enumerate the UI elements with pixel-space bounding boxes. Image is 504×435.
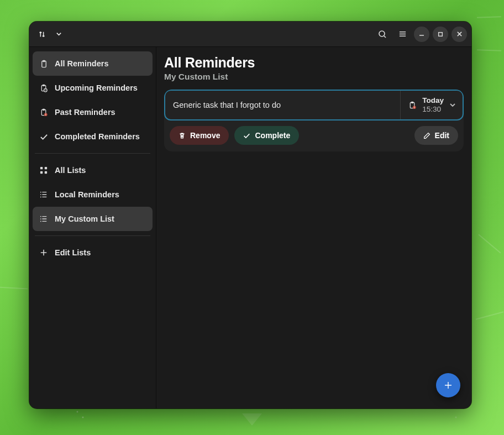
list-icon bbox=[39, 214, 48, 223]
sort-button[interactable] bbox=[34, 26, 50, 43]
svg-rect-1 bbox=[439, 32, 443, 36]
reminder-due[interactable]: Today 15:30 bbox=[400, 91, 463, 119]
due-time: 15:30 bbox=[422, 105, 444, 114]
svg-point-17 bbox=[40, 197, 41, 198]
sort-dropdown-button[interactable] bbox=[53, 26, 65, 43]
sidebar-item-completed-reminders[interactable]: Completed Reminders bbox=[33, 124, 153, 149]
svg-rect-12 bbox=[45, 167, 47, 169]
sidebar-item-my-custom-list[interactable]: My Custom List bbox=[33, 207, 153, 231]
maximize-button[interactable] bbox=[433, 27, 448, 42]
svg-point-0 bbox=[379, 31, 385, 36]
reminder-actions: Remove Complete Ed bbox=[164, 120, 464, 151]
remove-button[interactable]: Remove bbox=[170, 126, 229, 145]
sidebar-item-label: Past Reminders bbox=[55, 108, 116, 117]
edit-button[interactable]: Edit bbox=[414, 126, 458, 145]
svg-point-24 bbox=[414, 108, 415, 108]
hamburger-menu-button[interactable] bbox=[394, 26, 411, 43]
sidebar-item-upcoming-reminders[interactable]: Upcoming Reminders bbox=[33, 76, 153, 100]
clipboard-alert-icon bbox=[39, 108, 48, 117]
sidebar-item-label: Edit Lists bbox=[55, 248, 91, 257]
button-label: Complete bbox=[255, 131, 290, 140]
sidebar-item-label: All Reminders bbox=[55, 59, 109, 68]
button-label: Edit bbox=[435, 131, 449, 140]
sidebar-item-edit-lists[interactable]: Edit Lists bbox=[33, 240, 153, 265]
sidebar-item-label: Upcoming Reminders bbox=[55, 83, 138, 92]
svg-rect-14 bbox=[45, 171, 47, 174]
sidebar-item-all-reminders[interactable]: All Reminders bbox=[33, 51, 153, 76]
sidebar-item-all-lists[interactable]: All Lists bbox=[33, 158, 153, 182]
grid-icon bbox=[39, 166, 48, 175]
svg-point-16 bbox=[40, 194, 41, 195]
chevron-down-icon bbox=[449, 102, 456, 108]
main-panel: All Reminders My Custom List Generic tas… bbox=[156, 47, 471, 408]
svg-point-18 bbox=[40, 216, 41, 217]
sidebar-item-label: All Lists bbox=[55, 166, 86, 175]
sidebar-separator bbox=[35, 235, 150, 236]
close-button[interactable] bbox=[452, 27, 467, 42]
sidebar-item-past-reminders[interactable]: Past Reminders bbox=[33, 100, 153, 124]
reminder-row[interactable]: Generic task that I forgot to do Today 1… bbox=[164, 90, 464, 120]
button-label: Remove bbox=[190, 131, 220, 140]
search-button[interactable] bbox=[374, 26, 391, 43]
pencil-icon bbox=[423, 132, 431, 139]
sidebar-item-label: Completed Reminders bbox=[55, 132, 140, 141]
svg-point-10 bbox=[45, 115, 46, 116]
svg-point-15 bbox=[40, 192, 41, 193]
reminder-title: Generic task that I forgot to do bbox=[165, 91, 400, 119]
list-icon bbox=[39, 190, 48, 199]
clipboard-icon bbox=[39, 59, 48, 68]
minimize-button[interactable] bbox=[414, 27, 429, 42]
trash-icon bbox=[179, 132, 186, 139]
titlebar bbox=[29, 22, 471, 47]
svg-rect-13 bbox=[40, 171, 43, 174]
sidebar-separator bbox=[35, 153, 150, 154]
sidebar-item-local-reminders[interactable]: Local Reminders bbox=[33, 182, 153, 207]
check-icon bbox=[39, 132, 48, 141]
clipboard-time-icon bbox=[39, 83, 48, 92]
due-day: Today bbox=[422, 96, 444, 105]
page-title: All Reminders bbox=[164, 55, 464, 71]
svg-rect-11 bbox=[40, 167, 43, 169]
svg-point-19 bbox=[40, 218, 41, 219]
reminder-card: Generic task that I forgot to do Today 1… bbox=[164, 90, 464, 151]
app-window: All Reminders Upcoming Reminders bbox=[29, 22, 471, 408]
complete-button[interactable]: Complete bbox=[234, 126, 299, 145]
sidebar-item-label: Local Reminders bbox=[55, 190, 119, 199]
sidebar-item-label: My Custom List bbox=[55, 214, 114, 223]
add-reminder-fab[interactable] bbox=[436, 373, 460, 397]
plus-icon bbox=[39, 248, 48, 257]
check-icon bbox=[243, 132, 250, 139]
clipboard-alert-icon bbox=[408, 101, 417, 109]
sidebar: All Reminders Upcoming Reminders bbox=[29, 47, 156, 408]
page-subtitle: My Custom List bbox=[164, 72, 464, 82]
svg-point-20 bbox=[40, 221, 41, 222]
